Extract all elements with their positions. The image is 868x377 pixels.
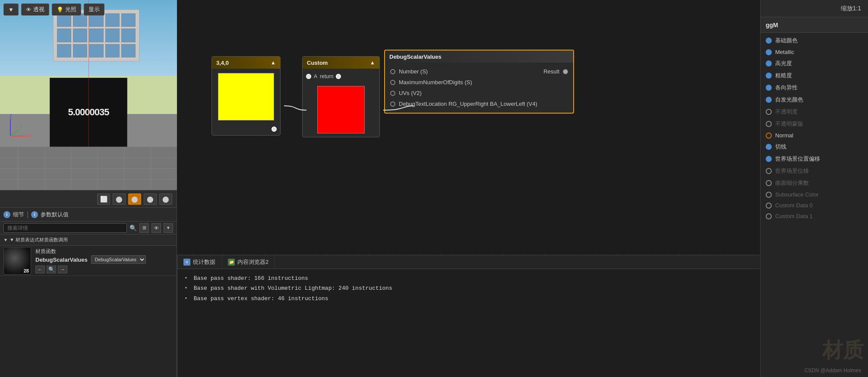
grid-icon-btn[interactable]: ⊞ xyxy=(139,223,149,233)
perspective-button[interactable]: 👁 透视 xyxy=(21,3,49,16)
tab1-label[interactable]: 细节 xyxy=(13,211,24,219)
svg-text:Y: Y xyxy=(19,125,22,130)
grid-line xyxy=(18,147,18,190)
node-340-output-pin xyxy=(271,127,277,132)
settings-icon-btn[interactable]: ▾ xyxy=(164,223,173,233)
stats-tab2-icon: 📁 xyxy=(228,259,235,266)
prop-label: Metallic xyxy=(775,49,794,55)
ggm-label: ggM xyxy=(766,22,778,29)
prop-label: Custom Data 1 xyxy=(775,213,813,219)
mat-func-dropdown[interactable]: DebugScalarValues xyxy=(91,255,146,264)
prop-row[interactable]: 基础颜色 xyxy=(761,35,868,47)
dropdown-button[interactable]: ▼ xyxy=(3,3,19,16)
prop-label: 自发光颜色 xyxy=(775,96,803,104)
mat-nav-icons: ← 🔍 → xyxy=(35,266,146,273)
prop-row[interactable]: 粗糙度 xyxy=(761,70,868,82)
prop-label: 世界场景位置偏移 xyxy=(775,155,820,163)
node-340[interactable]: 3,4,0 ▲ xyxy=(211,56,281,136)
prop-label: 切线 xyxy=(775,143,786,151)
prop-circle xyxy=(766,38,772,44)
bottom-left-panel: i 细节 | i 参数默认值 🔍 ⊞ 👁 ▾ ▼ ▼ 材质表达式材质函数调用 2… xyxy=(0,207,177,377)
prop-row[interactable]: Custom Data 1 xyxy=(761,211,868,222)
pin-uvs-label: UVs (V2) xyxy=(399,90,422,96)
prop-circle xyxy=(766,133,772,139)
stats-tab2[interactable]: 📁 内容浏览器2 xyxy=(222,255,275,269)
vp-btn4[interactable]: ⬤ xyxy=(144,193,157,205)
svg-text:X: X xyxy=(28,133,32,138)
prop-row[interactable]: 不透明度 xyxy=(761,106,868,118)
prop-row[interactable]: 自发光颜色 xyxy=(761,94,868,106)
nav-back-btn[interactable]: ← xyxy=(35,266,45,273)
prop-row[interactable]: 曲面细分乘数 xyxy=(761,177,868,189)
prop-label: 不透明度 xyxy=(775,108,798,116)
prop-row[interactable]: 切线 xyxy=(761,141,868,153)
prop-circle xyxy=(766,49,772,55)
stats-tab1[interactable]: ≡ 统计数据 xyxy=(177,255,222,269)
prop-circle xyxy=(766,109,772,115)
prop-row[interactable]: Metallic xyxy=(761,47,868,57)
stats-tab1-icon: ≡ xyxy=(183,259,190,266)
debug-pin-max: MaximumNumberOfDigits (S) xyxy=(385,77,573,88)
prop-row[interactable]: 世界场景位置偏移 xyxy=(761,153,868,165)
eye-icon: 👁 xyxy=(26,6,32,13)
grid-line xyxy=(44,147,45,190)
vp-btn1[interactable]: ⬜ xyxy=(97,193,110,205)
bottom-left-tabs: i 细节 | i 参数默认值 xyxy=(0,208,177,222)
pin-debug-text-circle xyxy=(390,101,395,107)
pin-max-circle xyxy=(390,80,395,85)
vp-btn5[interactable]: ⬤ xyxy=(159,193,172,205)
vp-btn3-active[interactable]: ⬤ xyxy=(128,193,141,205)
prop-row[interactable]: Custom Data 0 xyxy=(761,200,868,211)
prop-row[interactable]: 世界场景位移 xyxy=(761,165,868,177)
node-debug-pins: Number (S) Result MaximumNumberOfDigits … xyxy=(385,63,573,113)
window xyxy=(73,44,87,57)
stats-line2: • Base pass shader with Volumetric Light… xyxy=(184,283,753,293)
lighting-label: 光照 xyxy=(65,6,76,13)
window xyxy=(121,13,136,27)
stats-tab2-label: 内容浏览器2 xyxy=(237,258,268,266)
node-custom[interactable]: Custom ▲ A return xyxy=(302,56,380,137)
nav-search-btn[interactable]: 🔍 xyxy=(47,266,56,273)
prop-row[interactable]: Normal xyxy=(761,130,868,141)
perspective-label: 透视 xyxy=(33,6,44,13)
material-watermark: 材质 xyxy=(822,336,864,364)
prop-row[interactable]: Subsurface Color xyxy=(761,189,868,200)
node-debug[interactable]: DebugScalarValues Number (S) Result Maxi… xyxy=(384,50,574,114)
node-340-header: 3,4,0 ▲ xyxy=(212,57,280,69)
prop-circle xyxy=(766,156,772,162)
axes-svg: Z X Y xyxy=(6,114,32,140)
building-windows xyxy=(54,10,139,61)
prop-row[interactable]: 各向异性 xyxy=(761,82,868,94)
prop-row[interactable]: 不透明蒙版 xyxy=(761,118,868,130)
mat-label: 材质函数 xyxy=(35,248,146,255)
node-340-output xyxy=(212,125,280,135)
prop-circle xyxy=(766,213,772,219)
prop-circle xyxy=(766,121,772,127)
node-custom-title: Custom xyxy=(307,60,328,66)
floor-grid xyxy=(0,147,177,190)
prop-label: 基础颜色 xyxy=(775,37,798,44)
search-input[interactable] xyxy=(3,223,127,233)
vp-btn2[interactable]: ⬤ xyxy=(113,193,126,205)
node-graph[interactable]: 3,4,0 ▲ Custom ▲ A return DebugScalarVal… xyxy=(177,0,760,255)
info-icon2: i xyxy=(31,211,38,218)
tab2-label[interactable]: 参数默认值 xyxy=(41,211,69,219)
svg-line-4 xyxy=(10,130,19,136)
node-340-title: 3,4,0 xyxy=(216,60,229,66)
lighting-button[interactable]: 💡 光照 xyxy=(52,3,81,16)
prop-circle xyxy=(766,192,772,198)
node-340-arrow: ▲ xyxy=(271,60,276,66)
nav-forward-btn[interactable]: → xyxy=(58,266,67,273)
window xyxy=(105,44,120,57)
prop-label: 不透明蒙版 xyxy=(775,120,803,128)
prop-label: 粗糙度 xyxy=(775,72,792,79)
mat-thumb-number: 28 xyxy=(24,268,29,273)
pin-a-label: A xyxy=(314,73,317,79)
vp-bottom-toolbar: ⬜ ⬤ ⬤ ⬤ ⬤ xyxy=(0,190,177,207)
pin-a-row: A return xyxy=(303,72,379,81)
pin-result-circle xyxy=(563,69,568,74)
display-button[interactable]: 显示 xyxy=(84,3,104,16)
eye-icon-btn[interactable]: 👁 xyxy=(152,223,161,233)
pin-max-label: MaximumNumberOfDigits (S) xyxy=(399,79,472,86)
prop-row[interactable]: 高光度 xyxy=(761,57,868,70)
